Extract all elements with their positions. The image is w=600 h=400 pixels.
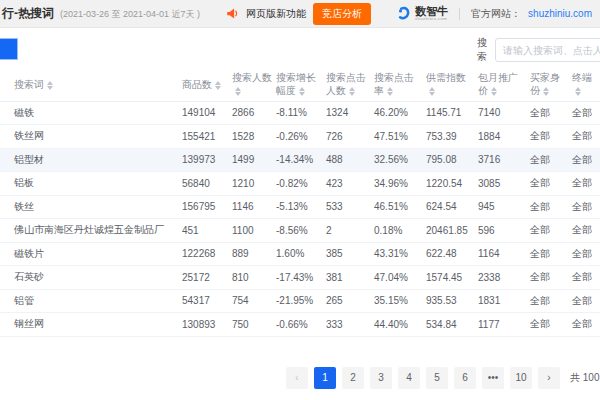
cell-search-growth: -17.43% [274, 266, 324, 290]
sort-asc-icon [429, 87, 435, 91]
column-header-keyword[interactable]: 搜索词 [0, 68, 180, 101]
column-header-click-rate[interactable]: 搜索点击率 [372, 68, 424, 101]
page-button-3[interactable]: 3 [370, 367, 392, 389]
table-row[interactable]: 佛山市南海区丹灶诚煌五金制品厂4511100-8.56%20.18%20461.… [0, 219, 600, 243]
column-header-buyer-identity[interactable]: 买家身份 [528, 68, 570, 101]
cell-search-users: 1210 [230, 172, 274, 196]
sort-icon[interactable] [235, 87, 241, 96]
ellipsis-page-button[interactable]: ••• [482, 367, 504, 389]
cell-click-users: 333 [324, 313, 372, 337]
table-row[interactable]: 铁丝1567951146-5.13%53346.51%624.54945全部全部 [0, 195, 600, 219]
cell-keyword: 磁铁 [0, 101, 180, 125]
cell-search-growth: -0.82% [274, 172, 324, 196]
column-label: 搜索增长幅度 [276, 72, 316, 96]
page-button-1[interactable]: 1 [314, 367, 336, 389]
sort-asc-icon [543, 87, 549, 91]
cell-monthly-promo-price: 1177 [476, 313, 528, 337]
cell-keyword: 钢丝网 [0, 313, 180, 337]
table-row[interactable]: 石英砂25172810-17.43%38147.04%1574.452338全部… [0, 266, 600, 290]
table-row[interactable]: 铝管54317754-21.95%26535.15%935.531831全部全部 [0, 289, 600, 313]
cell-supply-demand-index: 795.08 [424, 148, 476, 172]
cell-search-growth: -14.34% [274, 148, 324, 172]
brand-subtext: shuzhiniu.com [415, 17, 448, 21]
page-button-2[interactable]: 2 [342, 367, 364, 389]
sort-desc-icon [387, 92, 393, 96]
sort-icon[interactable] [215, 81, 221, 90]
cell-click-users: 423 [324, 172, 372, 196]
column-label: 终端 [572, 72, 592, 83]
cell-buyer-identity: 全部 [528, 101, 570, 125]
next-page-button[interactable]: › [538, 367, 560, 389]
cell-search-users: 889 [230, 242, 274, 266]
sort-desc-icon [235, 92, 241, 96]
cell-click-rate: 46.51% [372, 195, 424, 219]
cell-search-users: 2866 [230, 101, 274, 125]
cell-search-growth: 1.60% [274, 242, 324, 266]
column-label: 搜索点击率 [374, 72, 414, 96]
prev-page-button[interactable]: ‹ [286, 367, 308, 389]
column-header-search-users[interactable]: 搜索人数 [230, 68, 274, 101]
table-row[interactable]: 磁铁1491042866-8.11%132446.20%1145.717140全… [0, 101, 600, 125]
cell-product-count: 130893 [180, 313, 230, 337]
cell-product-count: 451 [180, 219, 230, 243]
cell-keyword: 铝管 [0, 289, 180, 313]
cell-search-growth: -5.13% [274, 195, 324, 219]
cell-keyword: 铝板 [0, 172, 180, 196]
page-buttons: 123456•••10 [314, 367, 532, 389]
cell-click-rate: 34.96% [372, 172, 424, 196]
column-header-click-users[interactable]: 搜索点击人数 [324, 68, 372, 101]
partial-blue-button[interactable] [0, 38, 18, 60]
column-header-monthly-promo-price[interactable]: 包月推广价 [476, 68, 528, 101]
page-button-4[interactable]: 4 [398, 367, 420, 389]
cell-supply-demand-index: 935.53 [424, 289, 476, 313]
cell-terminal: 全部 [570, 125, 600, 149]
column-label: 供需指数 [426, 72, 466, 83]
table-row[interactable]: 铁丝网1554211528-0.26%72647.51%753.391884全部… [0, 125, 600, 149]
cell-supply-demand-index: 624.54 [424, 195, 476, 219]
page-button-5[interactable]: 5 [426, 367, 448, 389]
cell-click-users: 1324 [324, 101, 372, 125]
date-range: (2021-03-26 至 2021-04-01 近7天 ) [60, 8, 200, 21]
cell-buyer-identity: 全部 [528, 289, 570, 313]
sort-desc-icon [575, 92, 581, 96]
sort-icon[interactable] [543, 87, 549, 96]
cell-click-users: 726 [324, 125, 372, 149]
cell-click-rate: 44.40% [372, 313, 424, 337]
table-row[interactable]: 铝型材1399731499-14.34%48832.56%795.083716全… [0, 148, 600, 172]
column-header-supply-demand-index[interactable]: 供需指数 [424, 68, 476, 101]
sort-icon[interactable] [429, 87, 435, 96]
cell-monthly-promo-price: 7140 [476, 101, 528, 125]
page-button-6[interactable]: 6 [454, 367, 476, 389]
sort-icon[interactable] [299, 87, 305, 96]
cell-keyword: 佛山市南海区丹灶诚煌五金制品厂 [0, 219, 180, 243]
column-header-search-growth[interactable]: 搜索增长幅度 [274, 68, 324, 101]
cell-terminal: 全部 [570, 242, 600, 266]
official-site-link[interactable]: shuzhiniu.com [528, 8, 592, 19]
search-input[interactable] [495, 38, 600, 62]
competitor-analysis-button[interactable]: 竞店分析 [313, 3, 371, 25]
cell-search-growth: -8.56% [274, 219, 324, 243]
cell-product-count: 149104 [180, 101, 230, 125]
sort-icon[interactable] [491, 87, 497, 96]
cell-click-users: 488 [324, 148, 372, 172]
cell-click-users: 533 [324, 195, 372, 219]
cell-click-users: 265 [324, 289, 372, 313]
sort-asc-icon [47, 81, 53, 85]
cell-keyword: 铁丝网 [0, 125, 180, 149]
sort-icon[interactable] [575, 87, 581, 96]
sort-icon[interactable] [349, 87, 355, 96]
table-row[interactable]: 磁铁片1222688891.60%38543.31%622.481164全部全部 [0, 242, 600, 266]
cell-product-count: 139973 [180, 148, 230, 172]
page-button-10[interactable]: 10 [510, 367, 532, 389]
sort-asc-icon [575, 87, 581, 91]
table-row[interactable]: 钢丝网130893750-0.66%33344.40%534.841177全部全… [0, 313, 600, 337]
pagination: ‹ 123456•••10 › 共 100 条 10条/页 [286, 367, 600, 389]
cell-monthly-promo-price: 945 [476, 195, 528, 219]
official-site-label: 官方网站： [471, 7, 521, 21]
column-header-terminal[interactable]: 终端 [570, 68, 600, 101]
sort-icon[interactable] [47, 81, 53, 90]
column-header-product-count[interactable]: 商品数 [180, 68, 230, 101]
sort-icon[interactable] [387, 87, 393, 96]
table-row[interactable]: 铝板568401210-0.82%42334.96%1220.543085全部全… [0, 172, 600, 196]
cell-supply-demand-index: 1574.45 [424, 266, 476, 290]
